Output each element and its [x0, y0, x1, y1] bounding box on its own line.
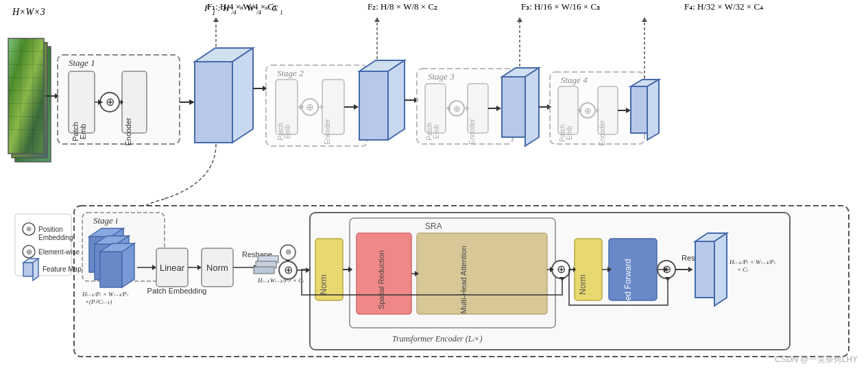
svg-text:Stage i: Stage i	[93, 215, 118, 226]
svg-text:Transformer Encoder (Lᵢ×): Transformer Encoder (Lᵢ×)	[392, 334, 482, 344]
svg-text:Hᵢ₋₁Wᵢ₋₁/Pᵢ² × Cᵢ: Hᵢ₋₁Wᵢ₋₁/Pᵢ² × Cᵢ	[257, 277, 304, 284]
svg-text:⊕: ⊕	[557, 263, 566, 275]
svg-marker-173	[714, 233, 727, 306]
svg-text:⊕: ⊕	[306, 101, 314, 112]
svg-text:Element-wise: Element-wise	[38, 248, 80, 256]
svg-text:Encoder: Encoder	[468, 119, 476, 145]
svg-rect-117	[100, 252, 122, 287]
svg-rect-171	[695, 241, 714, 298]
svg-text:⊕: ⊕	[106, 96, 114, 108]
svg-text:Emb: Emb	[433, 124, 440, 139]
svg-text:×(Pᵢ²Cᵢ₋₁): ×(Pᵢ²Cᵢ₋₁)	[85, 298, 112, 305]
diagram-container: H×W×3 F 1 : H /4 × W /4 × C 1 F₁: H/4 × …	[0, 0, 868, 371]
svg-rect-36	[195, 62, 232, 143]
svg-text:Encoder: Encoder	[324, 119, 331, 145]
svg-text:Norm: Norm	[319, 274, 328, 294]
svg-text:F₂: H/8 × W/8 × C₂: F₂: H/8 × W/8 × C₂	[367, 1, 437, 12]
svg-rect-9	[8, 38, 44, 154]
svg-text:SRA: SRA	[425, 222, 442, 231]
svg-rect-164	[609, 239, 657, 300]
svg-text:Hᵢ₋₁/Pᵢ × Wᵢ₋₁/Pᵢ: Hᵢ₋₁/Pᵢ × Wᵢ₋₁/Pᵢ	[729, 259, 775, 265]
svg-marker-82	[525, 68, 539, 146]
svg-text:Emb: Emb	[79, 124, 87, 140]
svg-marker-60	[388, 60, 405, 140]
svg-text:Stage 4: Stage 4	[561, 75, 588, 85]
svg-text:H×W×3: H×W×3	[12, 7, 45, 17]
svg-text:⊕: ⊕	[453, 104, 461, 114]
svg-text:Hᵢ₋₁/Pᵢ × Wᵢ₋₁/Pᵢ: Hᵢ₋₁/Pᵢ × Wᵢ₋₁/Pᵢ	[82, 291, 128, 298]
svg-rect-58	[359, 71, 388, 140]
svg-rect-102	[631, 86, 647, 133]
svg-text:Encoder: Encoder	[599, 120, 606, 146]
svg-rect-136	[254, 267, 274, 274]
svg-text:Norm: Norm	[578, 274, 588, 294]
svg-text:Norm: Norm	[206, 263, 228, 273]
svg-text:Embedding: Embedding	[38, 234, 73, 241]
svg-marker-201	[33, 259, 38, 280]
svg-marker-104	[647, 80, 659, 140]
svg-text:Encoder: Encoder	[124, 117, 132, 145]
svg-text:Patch Embedding: Patch Embedding	[147, 287, 207, 295]
svg-text:Spatial Reduction: Spatial Reduction	[377, 250, 385, 309]
svg-text:Emb: Emb	[566, 125, 573, 140]
main-diagram-svg: H×W×3 F 1 : H /4 × W /4 × C 1 F₁: H/4 × …	[0, 0, 868, 371]
svg-rect-154	[417, 233, 547, 314]
svg-text:Position: Position	[38, 226, 63, 233]
svg-text:Stage 1: Stage 1	[69, 58, 95, 68]
svg-text:⊕: ⊕	[26, 248, 32, 256]
watermark-text: CSDN @一笑奈何LHY	[775, 355, 858, 364]
svg-text:⊗: ⊗	[285, 248, 291, 256]
svg-text:Feature Map: Feature Map	[43, 265, 82, 273]
svg-text:⊗: ⊗	[26, 225, 32, 232]
svg-text:Stage 3: Stage 3	[428, 71, 455, 82]
svg-text:Emb: Emb	[284, 124, 291, 139]
svg-text:× Cᵢ: × Cᵢ	[737, 266, 748, 273]
svg-marker-119	[122, 243, 134, 287]
svg-marker-38	[232, 48, 253, 143]
svg-text:F₄: H/32 × W/32 × C₄: F₄: H/32 × W/32 × C₄	[684, 1, 763, 12]
svg-text:Multi-Head Attention: Multi-Head Attention	[459, 246, 468, 313]
svg-text:Linear: Linear	[160, 263, 185, 273]
svg-text:Feed Forward: Feed Forward	[623, 259, 633, 311]
svg-text:Stage 2: Stage 2	[277, 68, 304, 78]
svg-text:F₃: H/16 × W/16 × C₃: F₃: H/16 × W/16 × C₃	[521, 1, 600, 12]
svg-text:F₁: H/4 × W/4 × C₁: F₁: H/4 × W/4 × C₁	[207, 1, 277, 12]
svg-text:⊕: ⊕	[284, 264, 293, 276]
svg-rect-199	[23, 263, 33, 276]
svg-text:⊕: ⊕	[584, 106, 592, 116]
svg-rect-80	[502, 77, 525, 137]
